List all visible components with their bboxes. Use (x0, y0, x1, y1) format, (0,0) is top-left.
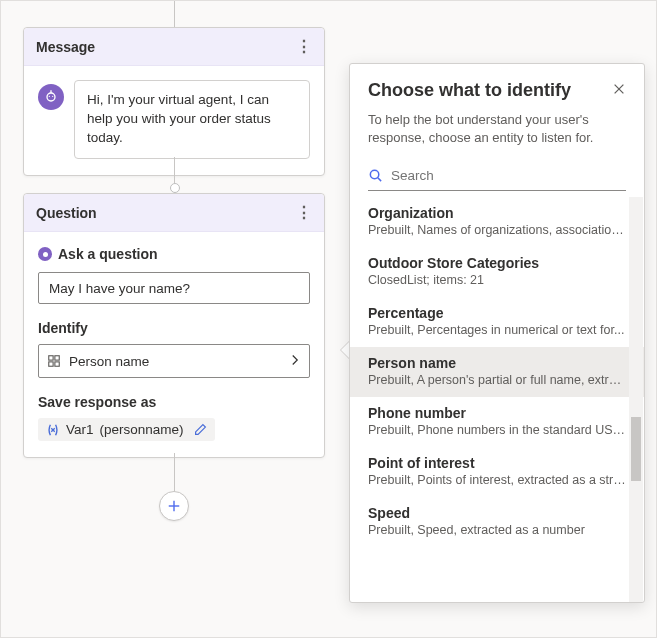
message-node[interactable]: Message ⋮ Hi, I'm your virtual agent, I … (23, 27, 325, 176)
panel-description: To help the bot understand your user's r… (350, 107, 644, 157)
search-icon (368, 168, 383, 183)
question-node[interactable]: Question ⋮ Ask a question Identify Perso… (23, 193, 325, 458)
connector-dot[interactable] (170, 183, 180, 193)
svg-rect-6 (49, 362, 53, 366)
save-response-label: Save response as (38, 394, 310, 410)
entity-icon (47, 354, 61, 368)
entity-item[interactable]: Person namePrebuilt, A person's partial … (350, 347, 644, 397)
entity-item[interactable]: SpeedPrebuilt, Speed, extracted as a num… (350, 497, 644, 547)
ask-question-label: Ask a question (38, 246, 310, 262)
variable-type: (personname) (100, 422, 184, 437)
identify-selector[interactable]: Person name (38, 344, 310, 378)
entity-name: Person name (368, 355, 626, 371)
search-input[interactable] (391, 168, 626, 183)
identify-panel: Choose what to identify To help the bot … (349, 63, 645, 603)
more-icon[interactable]: ⋮ (296, 39, 312, 55)
entity-name: Point of interest (368, 455, 626, 471)
entity-desc: ClosedList; items: 21 (368, 273, 626, 287)
message-node-header: Message ⋮ (24, 28, 324, 66)
svg-rect-5 (55, 356, 59, 360)
entity-desc: Prebuilt, Phone numbers in the standard … (368, 423, 626, 437)
identify-label: Identify (38, 320, 310, 336)
authoring-canvas: Message ⋮ Hi, I'm your virtual agent, I … (1, 1, 346, 638)
bot-avatar-icon (38, 84, 64, 110)
entity-name: Speed (368, 505, 626, 521)
search-box[interactable] (368, 161, 626, 191)
entity-item[interactable]: OrganizationPrebuilt, Names of organizat… (350, 197, 644, 247)
entity-item[interactable]: Outdoor Store CategoriesClosedList; item… (350, 247, 644, 297)
message-node-title: Message (36, 39, 95, 55)
svg-point-2 (52, 96, 53, 97)
connector-line (174, 1, 175, 27)
bullet-icon (38, 247, 52, 261)
panel-title: Choose what to identify (368, 80, 571, 101)
svg-point-0 (47, 93, 55, 101)
scrollbar-track[interactable] (629, 197, 643, 602)
scrollbar-thumb[interactable] (631, 417, 641, 481)
variable-name: Var1 (66, 422, 94, 437)
close-icon[interactable] (610, 80, 628, 101)
more-icon[interactable]: ⋮ (296, 205, 312, 221)
entity-item[interactable]: Phone numberPrebuilt, Phone numbers in t… (350, 397, 644, 447)
question-node-title: Question (36, 205, 97, 221)
entity-name: Organization (368, 205, 626, 221)
chevron-right-icon (289, 354, 301, 369)
entity-name: Phone number (368, 405, 626, 421)
svg-rect-4 (49, 356, 53, 360)
entity-name: Outdoor Store Categories (368, 255, 626, 271)
variable-pill[interactable]: Var1 (personname) (38, 418, 215, 441)
entity-item[interactable]: Point of interestPrebuilt, Points of int… (350, 447, 644, 497)
entity-desc: Prebuilt, A person's partial or full nam… (368, 373, 626, 387)
question-text-input[interactable] (38, 272, 310, 304)
entity-desc: Prebuilt, Speed, extracted as a number (368, 523, 626, 537)
edit-icon[interactable] (194, 423, 207, 436)
variable-icon (46, 423, 60, 437)
entity-desc: Prebuilt, Names of organizations, associ… (368, 223, 626, 237)
entity-item[interactable]: PercentagePrebuilt, Percentages in numer… (350, 297, 644, 347)
entity-list: OrganizationPrebuilt, Names of organizat… (350, 197, 644, 602)
svg-rect-7 (55, 362, 59, 366)
message-text[interactable]: Hi, I'm your virtual agent, I can help y… (74, 80, 310, 159)
entity-desc: Prebuilt, Percentages in numerical or te… (368, 323, 626, 337)
add-node-button[interactable] (159, 491, 189, 521)
entity-desc: Prebuilt, Points of interest, extracted … (368, 473, 626, 487)
connector-line (174, 453, 175, 493)
svg-point-1 (49, 96, 50, 97)
entity-name: Percentage (368, 305, 626, 321)
question-node-header: Question ⋮ (24, 194, 324, 232)
identify-value: Person name (69, 354, 149, 369)
svg-point-12 (370, 171, 378, 179)
svg-line-13 (378, 178, 381, 181)
